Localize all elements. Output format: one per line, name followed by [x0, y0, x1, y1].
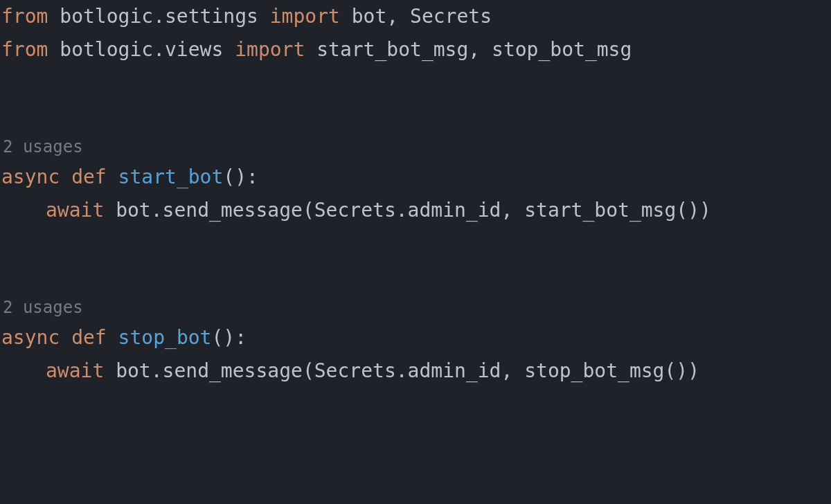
- keyword-async: async: [1, 326, 60, 349]
- function-name: start_bot: [118, 165, 224, 188]
- keyword-import: import: [235, 38, 305, 61]
- usages-hint[interactable]: 2 usages: [1, 294, 831, 321]
- function-signature: ():: [223, 165, 258, 188]
- code-line[interactable]: from botlogic.views import start_bot_msg…: [1, 33, 831, 66]
- keyword-def: def: [71, 165, 107, 188]
- function-name: stop_bot: [118, 326, 212, 349]
- import-names: start_bot_msg, stop_bot_msg: [316, 38, 632, 61]
- code-line[interactable]: async def stop_bot():: [1, 321, 831, 354]
- code-line[interactable]: await bot.send_message(Secrets.admin_id,…: [1, 354, 831, 388]
- keyword-await: await: [46, 199, 104, 222]
- blank-line: [1, 100, 831, 133]
- keyword-from: from: [1, 5, 48, 28]
- code-line[interactable]: await bot.send_message(Secrets.admin_id,…: [1, 194, 831, 227]
- keyword-from: from: [1, 38, 48, 61]
- blank-line: [1, 227, 831, 260]
- code-line[interactable]: from botlogic.settings import bot, Secre…: [1, 0, 831, 33]
- usages-hint[interactable]: 2 usages: [1, 133, 831, 161]
- code-line[interactable]: async def start_bot():: [1, 161, 831, 194]
- call-expression: bot.send_message(Secrets.admin_id, start…: [116, 199, 711, 222]
- keyword-async: async: [1, 165, 60, 188]
- code-editor[interactable]: from botlogic.settings import bot, Secre…: [0, 0, 831, 388]
- blank-line: [1, 260, 831, 294]
- keyword-await: await: [46, 359, 104, 382]
- function-signature: ():: [211, 326, 247, 349]
- import-names: bot, Secrets: [352, 5, 492, 28]
- blank-line: [1, 66, 831, 100]
- module-path: botlogic.settings: [60, 5, 258, 28]
- keyword-import: import: [270, 5, 340, 28]
- call-expression: bot.send_message(Secrets.admin_id, stop_…: [116, 359, 699, 382]
- module-path: botlogic.views: [60, 38, 223, 61]
- keyword-def: def: [71, 326, 107, 349]
